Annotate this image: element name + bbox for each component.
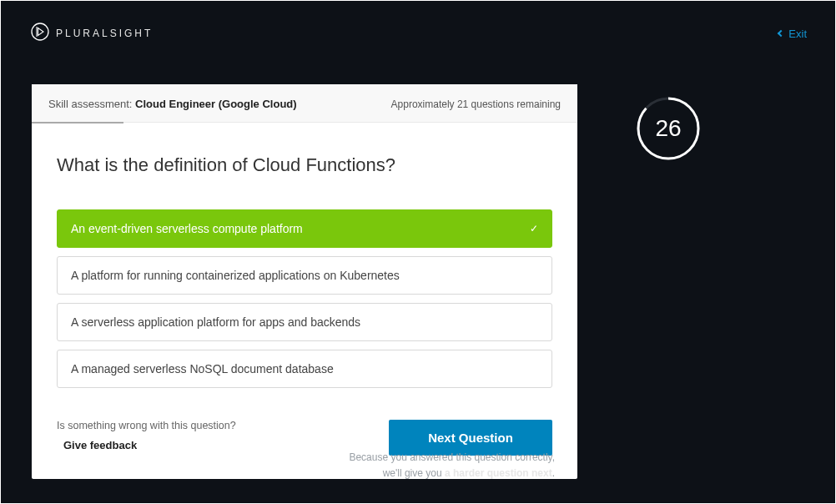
result-line2-bold: a harder question next <box>445 467 552 479</box>
assessment-prefix: Skill assessment: <box>48 98 132 110</box>
logo-icon <box>31 23 49 44</box>
svg-point-0 <box>32 23 48 40</box>
question-text: What is the definition of Cloud Function… <box>57 154 552 176</box>
assessment-name: Cloud Engineer (Google Cloud) <box>135 98 297 110</box>
result-line1: Because you answered this question corre… <box>349 451 555 463</box>
feedback-prompt: Is something wrong with this question? <box>57 420 236 431</box>
timer-value: 26 <box>655 115 681 142</box>
options-list: An event-driven serverless compute platf… <box>57 209 552 388</box>
option-text: A serverless application platform for ap… <box>71 315 360 329</box>
result-line2-pre: we'll give you <box>383 467 445 479</box>
header-bar: PLURALSIGHT Exit <box>1 1 835 66</box>
result-message: Because you answered this question corre… <box>1 450 578 481</box>
brand-name: PLURALSIGHT <box>56 28 153 39</box>
question-card: Skill assessment: Cloud Engineer (Google… <box>32 84 577 479</box>
result-line2-post: . <box>552 467 555 479</box>
answer-option[interactable]: A serverless application platform for ap… <box>57 303 552 341</box>
answer-option[interactable]: A managed serverless NoSQL document data… <box>57 350 552 388</box>
card-header: Skill assessment: Cloud Engineer (Google… <box>32 84 577 123</box>
exit-link[interactable]: Exit <box>778 28 807 40</box>
card-body: What is the definition of Cloud Function… <box>32 123 577 479</box>
exit-label: Exit <box>788 28 807 40</box>
feedback-block: Is something wrong with this question? G… <box>57 420 236 451</box>
content-row: Skill assessment: Cloud Engineer (Google… <box>1 66 835 479</box>
answer-option[interactable]: A platform for running containerized app… <box>57 256 552 295</box>
countdown-timer: 26 <box>636 96 701 161</box>
assessment-label: Skill assessment: Cloud Engineer (Google… <box>48 98 297 110</box>
option-text: An event-driven serverless compute platf… <box>71 222 303 235</box>
logo: PLURALSIGHT <box>31 23 153 44</box>
chevron-left-icon <box>778 30 784 37</box>
answer-option[interactable]: An event-driven serverless compute platf… <box>57 209 552 248</box>
option-text: A managed serverless NoSQL document data… <box>71 362 334 375</box>
questions-remaining: Approximately 21 questions remaining <box>391 98 561 110</box>
app-frame: PLURALSIGHT Exit Skill assessment: Cloud… <box>1 1 835 503</box>
option-text: A platform for running containerized app… <box>71 269 400 282</box>
